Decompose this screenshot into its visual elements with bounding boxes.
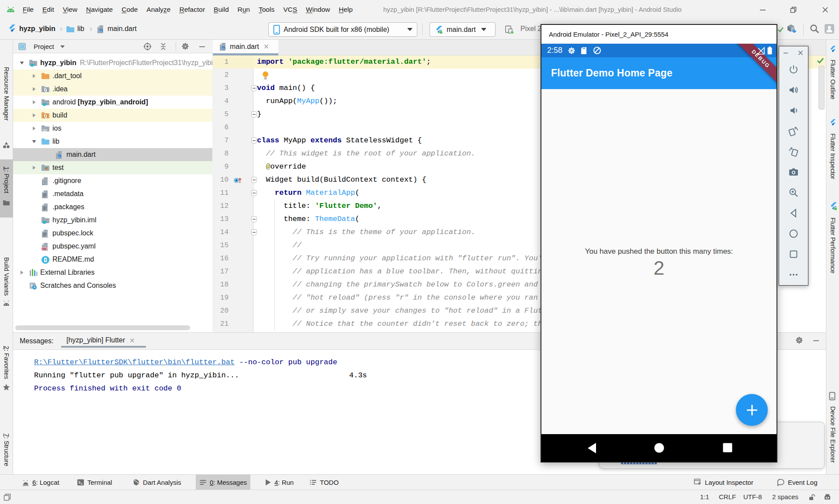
tree-arrow-collapsed-icon[interactable] [31,113,37,118]
toolwindow-button-6-logcat[interactable]: 6: Logcat [18,475,63,490]
overview-outline-icon[interactable] [788,249,799,259]
menu-help[interactable]: Help [339,6,353,14]
rotate-left-icon[interactable] [788,126,799,136]
tree-arrow-collapsed-icon[interactable] [31,73,37,79]
home-outline-icon[interactable] [788,228,799,239]
tree-arrow-collapsed-icon[interactable] [31,165,37,170]
tree-row-android[interactable]: android [hyzp_yibin_android] [13,96,212,109]
tree-row-build[interactable]: build [13,109,212,122]
fold-marker-icon[interactable] [251,111,257,117]
search-icon[interactable] [809,24,820,34]
camera-icon[interactable] [788,167,799,177]
toolwindow-button-dart-analysis[interactable]: Dart Analysis [129,475,185,490]
unlock-icon[interactable] [808,494,815,501]
menu-vcs[interactable]: VCS [283,6,297,14]
gear-icon[interactable] [181,42,189,50]
menu-tools[interactable]: Tools [259,6,274,14]
status-crlf[interactable]: CRLF [719,490,736,504]
status-utf-8[interactable]: UTF-8 [743,490,762,504]
strip-tab-build-variants[interactable]: Build Variants [3,257,10,296]
target-device-button[interactable]: Pixel 2 [520,25,541,33]
project-panel-title[interactable]: Project [34,40,54,53]
locate-icon[interactable] [143,42,152,51]
tree-row-hyzp-yibin-iml[interactable]: hyzp_yibin.iml [13,214,212,227]
tree-arrow-expanded-icon[interactable] [31,139,37,144]
tree-row-ios[interactable]: ios [13,122,212,135]
deploy-cube-icon[interactable] [787,24,797,35]
menu-build[interactable]: Build [214,6,229,14]
tree-row--gitignore[interactable]: .gitignore [13,174,212,187]
fold-marker-icon[interactable] [251,216,257,222]
strip-tab-1-project[interactable]: 1: Project [3,166,10,193]
inspections-ok-icon[interactable] [817,57,824,64]
menu-code[interactable]: Code [121,6,138,14]
tree-row-lib[interactable]: lib [13,135,212,148]
fold-marker-icon[interactable] [251,177,257,183]
strip-tab-device-file-explorer[interactable]: Device File Explorer [829,406,836,463]
power-icon[interactable] [788,64,799,75]
gear-icon[interactable] [795,336,803,344]
toolwindow-button-event-log[interactable]: Event Log [773,475,821,490]
run-config-dropdown[interactable]: main.dart [430,22,496,37]
strip-tab-flutter-performance[interactable]: Flutter Performance [829,217,836,273]
menu-refactor[interactable]: Refactor [179,6,205,14]
rotate-right-icon[interactable] [788,146,799,157]
tree-row-hyzp-yibin[interactable]: hyzp_yibinR:\FlutterProject\FlutterProje… [13,56,212,69]
minimize-panel-icon[interactable] [812,336,820,345]
intention-bulb-icon[interactable] [262,71,269,80]
avatar-icon[interactable] [824,24,835,34]
tree-row--metadata[interactable]: .metadata [13,187,212,200]
tree-row-pubspec-lock[interactable]: pubspec.lock [13,227,212,240]
tree-row-pubspec-yaml[interactable]: YMLpubspec.yaml [13,240,212,253]
status-2-spaces[interactable]: 2 spaces [772,490,798,504]
breadcrumb-file[interactable]: main.dart [107,25,137,33]
panel-close-icon[interactable] [797,50,804,56]
status-1-1[interactable]: 1:1 [700,490,709,504]
volume-up-icon[interactable] [788,85,799,95]
window-minimize-button[interactable] [752,3,773,17]
tree-row-scratches-and-consoles[interactable]: Scratches and Consoles [13,279,212,292]
horizontal-scrollbar[interactable] [15,325,190,330]
tree-arrow-collapsed-icon[interactable] [31,86,37,92]
console-link[interactable]: R:\Flutter\FlutterSDK\flutter\bin\flutte… [34,358,235,366]
menu-run[interactable]: Run [238,6,250,14]
toolwindow-switcher-icon[interactable] [3,494,11,501]
menu-window[interactable]: Window [306,6,330,14]
toolwindow-button-0-messages[interactable]: 0: Messages [196,475,250,490]
tree-row--dart-tool[interactable]: .dart_tool [13,69,212,83]
panel-minimize-icon[interactable] [783,50,789,56]
strip-tab-7-structure[interactable]: 7: Structure [3,434,10,466]
strip-tab-resource-manager[interactable]: Resource Manager [3,67,10,121]
tree-row--idea[interactable]: .idea [13,83,212,96]
fold-marker-icon[interactable] [251,190,257,196]
messages-tab-flutter[interactable]: [hyzp_yibin] Flutter [61,333,140,348]
more-dots-icon[interactable] [788,269,799,280]
strip-tab-flutter-inspector[interactable]: Flutter Inspector [829,134,836,180]
device-selector-dropdown[interactable]: Android SDK built for x86 (mobile) [268,22,417,37]
fold-marker-icon[interactable] [251,229,257,235]
fold-marker-icon[interactable] [251,138,257,144]
menu-file[interactable]: File [23,6,34,14]
menu-edit[interactable]: Edit [42,6,54,14]
fold-marker-icon[interactable] [251,85,257,91]
tree-row-external-libraries[interactable]: External Libraries [13,266,212,279]
override-marker-icon[interactable] [233,176,242,184]
zoom-icon[interactable] [788,187,799,198]
menu-view[interactable]: View [63,6,77,14]
nav-back-icon[interactable] [587,442,597,454]
window-close-button[interactable] [815,3,835,17]
tree-row-main-dart[interactable]: main.dart [13,148,212,161]
tree-arrow-expanded-icon[interactable] [19,60,24,66]
strip-tab-flutter-outline[interactable]: Flutter Outline [829,59,836,99]
tree-row-readme-md[interactable]: README.md [13,253,212,266]
window-restore-button[interactable] [783,3,803,17]
back-outline-icon[interactable] [788,208,799,218]
tree-row-test[interactable]: test [13,161,212,174]
emulator-title-bar[interactable]: Android Emulator - Pixel_2_API_29:5554 [541,25,777,44]
nav-home-icon[interactable] [654,443,664,453]
toolwindow-button-4-run[interactable]: 4: Run [261,475,297,490]
menu-navigate[interactable]: Navigate [86,6,113,14]
minimize-panel-icon[interactable] [198,42,206,51]
robot-head-icon[interactable] [823,493,832,501]
tree-arrow-collapsed-icon[interactable] [19,270,24,275]
